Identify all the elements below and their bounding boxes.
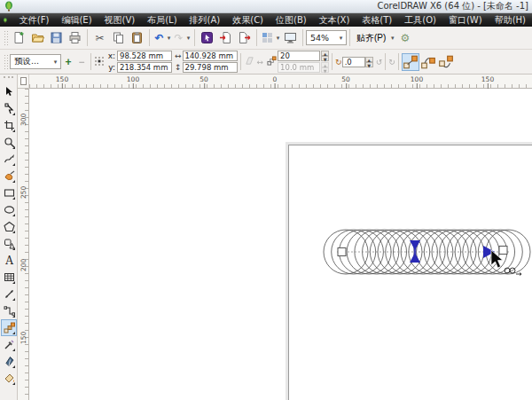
new-document-button[interactable] <box>10 28 28 47</box>
toolbar-grip[interactable] <box>4 54 8 70</box>
object-height-icon: ↕ <box>175 63 182 72</box>
snap-dropdown-caret[interactable]: ▾ <box>389 35 395 42</box>
menu-layout[interactable]: 布局(L) <box>141 13 183 27</box>
undo-button[interactable]: ↶ <box>153 28 166 47</box>
rectangle-tool-icon <box>4 187 15 199</box>
counterclockwise-blend-icon <box>438 54 454 70</box>
rotate-all-icon[interactable]: ↻ <box>388 58 395 67</box>
print-button[interactable] <box>66 28 84 47</box>
document-logo-icon[interactable] <box>3 15 8 26</box>
zoom-level-dropdown[interactable]: 54% ▾ <box>306 30 347 45</box>
toolbox-grip[interactable] <box>4 76 13 83</box>
smart-fill-tool[interactable] <box>1 168 17 184</box>
zoom-level-value: 54% <box>310 33 329 43</box>
vertical-ruler[interactable]: 300 250 200 150 <box>18 89 29 400</box>
rectangle-tool[interactable] <box>1 184 17 201</box>
menu-arrange[interactable]: 排列(A) <box>184 13 227 27</box>
blend-start-handle[interactable] <box>338 248 346 256</box>
separator <box>332 53 332 70</box>
ruler-label: 300 <box>20 114 27 126</box>
zoom-tool[interactable] <box>1 134 17 151</box>
object-height-field[interactable]: 29.798 mm <box>183 62 238 73</box>
export-button[interactable] <box>235 28 254 47</box>
y-position-field[interactable]: 218.354 mm <box>117 62 172 73</box>
cut-icon: ✂ <box>95 33 104 43</box>
ruler-label: 150 <box>481 75 494 83</box>
blend-tool[interactable] <box>1 319 17 336</box>
blend-objects-field[interactable]: 20 <box>278 51 320 61</box>
shape-tool[interactable] <box>1 100 17 117</box>
clockwise-blend-button[interactable] <box>419 53 437 71</box>
add-preset-button[interactable]: + <box>61 52 75 71</box>
blend-spacing-field[interactable]: 10.0 mm <box>278 62 320 73</box>
separator <box>398 53 399 70</box>
outline-pen-tool-icon <box>4 356 15 367</box>
menu-effects[interactable]: 效果(C) <box>226 13 270 27</box>
delete-preset-button[interactable]: − <box>75 52 88 71</box>
blend-direction-spinner[interactable]: ▲▼ <box>365 57 373 67</box>
blend-acceleration-handle[interactable] <box>410 240 420 263</box>
drawing-canvas[interactable] <box>29 89 532 400</box>
blend-spacing-spinner[interactable]: ▲▼ <box>321 62 329 73</box>
redo-dropdown-caret[interactable]: ▾ <box>185 35 192 42</box>
application-launcher-button[interactable] <box>260 28 275 47</box>
blend-objects-spinner[interactable]: ▲▼ <box>321 51 329 61</box>
crop-tool[interactable] <box>1 117 17 134</box>
ellipse-tool[interactable] <box>1 201 17 218</box>
redo-button[interactable]: ↷ <box>172 28 185 47</box>
menu-view[interactable]: 视图(V) <box>98 13 142 27</box>
welcome-screen-button[interactable] <box>281 28 300 47</box>
menu-table[interactable]: 表格(T) <box>356 13 398 27</box>
basic-shapes-tool[interactable] <box>1 235 17 252</box>
color-eyedropper-tool[interactable] <box>1 336 17 353</box>
open-button[interactable] <box>28 28 47 47</box>
x-position-field[interactable]: 98.528 mm <box>117 51 172 61</box>
object-width-field[interactable]: 140.928 mm <box>183 51 238 61</box>
clockwise-blend-icon <box>420 54 436 70</box>
direct-blend-button[interactable] <box>402 53 419 71</box>
menu-tools[interactable]: 工具(O) <box>398 13 442 27</box>
blend-object[interactable] <box>29 89 532 400</box>
fill-tool-icon <box>4 373 15 384</box>
copy-button[interactable] <box>109 28 128 47</box>
new-document-icon <box>12 31 26 44</box>
connector-tool[interactable] <box>1 302 17 319</box>
blend-direction-field[interactable]: .0 <box>342 57 365 67</box>
menu-file[interactable]: 文件(F) <box>13 13 56 27</box>
search-content-button[interactable] <box>198 28 216 47</box>
loop-blend-icon[interactable]: ↺ <box>376 58 383 67</box>
dimension-tool[interactable] <box>1 286 17 302</box>
options-button[interactable]: ⚙ <box>395 28 414 47</box>
ellipse-tool-icon <box>4 204 15 216</box>
ruler-origin-corner[interactable] <box>18 75 29 89</box>
paste-button[interactable] <box>128 28 146 47</box>
text-tool[interactable]: A <box>1 252 17 269</box>
undo-dropdown-caret[interactable]: ▾ <box>166 35 172 42</box>
toolbar-grip[interactable] <box>4 30 8 46</box>
menu-help[interactable]: 帮助(H) <box>489 13 532 27</box>
cut-button[interactable]: ✂ <box>90 28 109 47</box>
menu-edit[interactable]: 编辑(E) <box>55 13 98 27</box>
table-tool[interactable] <box>1 269 17 286</box>
blend-end-handle[interactable] <box>499 247 507 255</box>
fill-tool[interactable] <box>1 370 17 387</box>
anchor-point-grid-icon[interactable] <box>94 56 105 68</box>
snap-to-button[interactable]: 贴齐(P) <box>353 28 389 47</box>
crop-tool-icon <box>4 120 15 131</box>
polygon-tool[interactable] <box>1 218 17 235</box>
pick-tool[interactable] <box>1 83 17 100</box>
menu-text[interactable]: 文本(X) <box>313 13 356 27</box>
menu-bitmaps[interactable]: 位图(B) <box>270 13 313 27</box>
ruler-label: 100 <box>127 75 139 83</box>
freehand-tool[interactable] <box>1 151 17 168</box>
launcher-dropdown-caret[interactable]: ▾ <box>275 35 281 42</box>
preset-dropdown[interactable]: 预设... ▾ <box>10 54 61 69</box>
save-button[interactable] <box>47 28 66 47</box>
scale-factor-icon <box>244 55 255 68</box>
counterclockwise-blend-button[interactable] <box>437 53 455 71</box>
outline-pen-tool[interactable] <box>1 353 17 370</box>
horizontal-ruler[interactable]: 150 100 50 0 50 100 150 <box>29 75 532 89</box>
table-tool-icon <box>4 271 15 283</box>
import-button[interactable] <box>216 28 235 47</box>
menu-window[interactable]: 窗口(W) <box>442 13 489 27</box>
